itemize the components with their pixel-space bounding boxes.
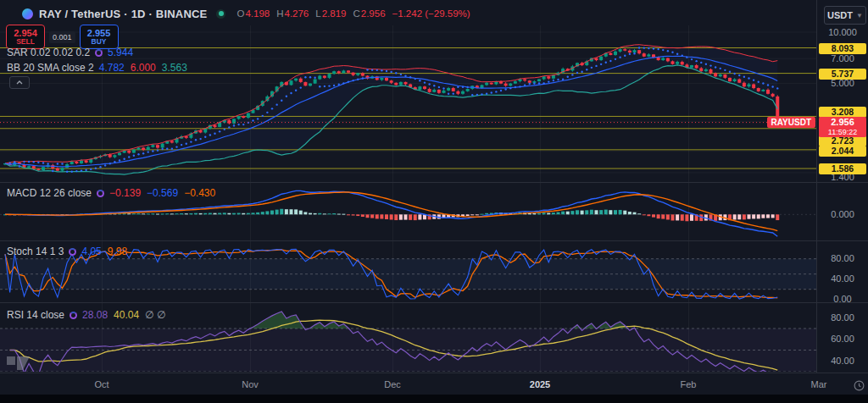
raydium-logo-icon <box>22 8 33 19</box>
rsi-tick-label: 60.00 <box>820 334 865 344</box>
legend-macd[interactable]: MACD 12 26 close −0.139−0.569−0.430 <box>7 187 215 199</box>
rsi-tick-label: 80.00 <box>820 312 865 323</box>
stoch-tick-label: 40.00 <box>820 273 865 284</box>
loading-spinner-icon <box>69 248 76 256</box>
horizontal-line-price-label: 1.586 <box>819 163 866 174</box>
time-tick-label: Dec <box>384 373 401 395</box>
high-value: 4.276 <box>284 8 309 19</box>
symbol-header: RAY / TetherUS · 1D · BINANCE O4.198 H4.… <box>22 6 470 21</box>
symbol-price-tag: RAYUSDT <box>767 117 815 128</box>
low-value: 2.819 <box>322 8 347 19</box>
loading-spinner-icon <box>70 312 77 319</box>
time-tick-label: Oct <box>94 373 108 395</box>
price-tick-label: 7.000 <box>820 53 865 63</box>
change-value: −1.242 (−29.59%) <box>392 8 470 19</box>
chart-canvas[interactable] <box>0 0 868 403</box>
time-tick-label: 2025 <box>530 373 550 395</box>
legend-stoch[interactable]: Stoch 14 1 3 4.059.98 <box>7 246 127 257</box>
price-axis[interactable]: USDT▼ 2.956 11:59:22 10.0007.0005.0001.4… <box>816 0 868 395</box>
time-tick-label: Feb <box>681 373 697 395</box>
price-tick-label: 10.000 <box>820 27 865 37</box>
horizontal-line-price-label: 8.093 <box>819 43 866 54</box>
time-axis[interactable]: OctNovDec2025FebMar <box>0 373 868 395</box>
macd-zero-label: 0.000 <box>820 209 865 219</box>
market-status-icon[interactable] <box>216 9 225 19</box>
close-value: 2.956 <box>361 8 386 19</box>
bar-countdown: 11:59:22 <box>819 128 866 137</box>
buy-button[interactable]: 2.955BUY <box>80 25 119 49</box>
tradingview-watermark[interactable] <box>7 356 30 373</box>
time-tick-label: Nov <box>242 373 259 395</box>
time-tick-label: Mar <box>811 373 827 395</box>
last-price-value: 2.956 <box>819 117 866 128</box>
horizontal-line-price-label: 2.044 <box>819 146 866 157</box>
currency-dropdown[interactable]: USDT▼ <box>824 6 866 25</box>
collapse-pane-button[interactable] <box>9 76 30 89</box>
sell-button[interactable]: 2.954SELL <box>6 25 45 49</box>
horizontal-line-price-label: 5.737 <box>819 69 866 80</box>
sar-value: 5.944 <box>108 47 133 58</box>
chevron-down-icon: ▼ <box>856 12 863 19</box>
trade-widget: 2.954SELL 0.001 2.955BUY <box>6 25 119 49</box>
open-value: 4.198 <box>245 8 270 19</box>
loading-spinner-icon <box>97 190 104 197</box>
window-edge <box>0 395 868 403</box>
legend-rsi[interactable]: RSI 14 close 28.0840.04∅ ∅ <box>7 309 165 321</box>
last-price-label: 2.956 11:59:22 <box>819 117 866 137</box>
symbol-title[interactable]: RAY / TetherUS · 1D · BINANCE <box>39 8 207 20</box>
rsi-tick-label: 40.00 <box>820 356 865 366</box>
tradingview-chart-window: { "header": { "title": "RAY / TetherUS ·… <box>0 0 868 403</box>
stoch-tick-label: 0.00 <box>820 294 865 304</box>
legend-sar[interactable]: SAR 0.02 0.02 0.2 5.944 <box>7 47 133 58</box>
clock-icon[interactable] <box>854 379 865 390</box>
legend-bb[interactable]: BB 20 SMA close 2 4.7826.0003.563 <box>7 62 187 74</box>
spread-value: 0.001 <box>49 31 75 43</box>
price-tick-label: 5.000 <box>820 78 865 88</box>
stoch-tick-label: 80.00 <box>820 253 865 263</box>
horizontal-line-price-label: 3.208 <box>819 107 866 118</box>
chevron-up-icon <box>16 80 23 85</box>
ohlc-readout: O4.198 H4.276 L2.819 C2.956 −1.242 (−29.… <box>236 8 470 19</box>
loading-spinner-icon <box>95 49 103 57</box>
